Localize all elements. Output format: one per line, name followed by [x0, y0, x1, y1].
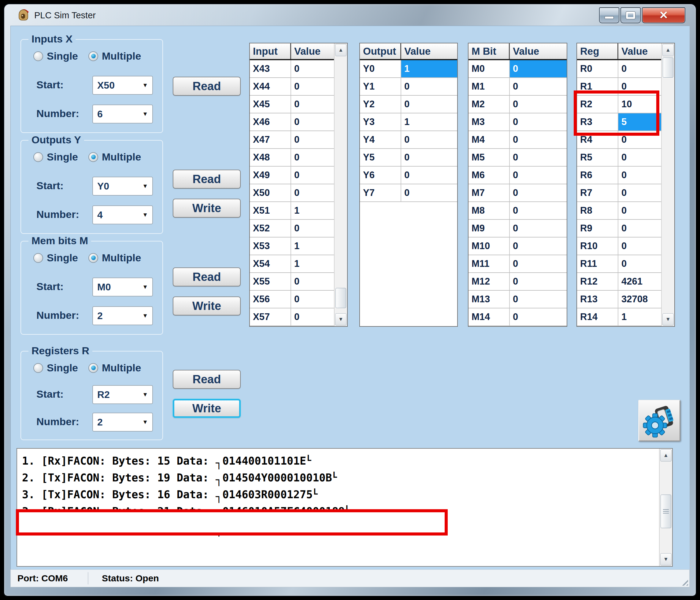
- scrollbar-thumb[interactable]: [335, 288, 346, 308]
- mem-bits-m-group: Mem bits M Single Multiple Start: M0 ▼ N…: [21, 241, 163, 335]
- scroll-up-icon[interactable]: ▲: [660, 449, 672, 462]
- table-row[interactable]: Y1 0: [360, 78, 457, 96]
- scroll-up-icon[interactable]: ▲: [662, 44, 674, 56]
- table-row[interactable]: X45 0: [250, 96, 334, 113]
- registers-multiple-radio[interactable]: [89, 363, 98, 373]
- outputs-start-select[interactable]: Y0 ▼: [92, 177, 153, 195]
- mbits-multiple-radio[interactable]: [89, 253, 98, 263]
- table-row[interactable]: M2 0: [469, 96, 567, 113]
- table-row[interactable]: R10 0: [577, 237, 661, 255]
- table-row[interactable]: R11 0: [577, 255, 661, 273]
- mbits-write-button[interactable]: Write: [173, 296, 241, 315]
- table-row[interactable]: X47 0: [250, 131, 334, 149]
- registers-start-select[interactable]: R2 ▼: [92, 385, 153, 404]
- table-row[interactable]: M0 0: [469, 60, 567, 78]
- table-row[interactable]: M7 0: [469, 184, 567, 202]
- mbits-number-select[interactable]: 2 ▼: [92, 306, 153, 325]
- table-row[interactable]: M6 0: [469, 166, 567, 184]
- single-radio-label: Single: [47, 50, 78, 62]
- table-row[interactable]: R3 5: [577, 113, 661, 131]
- table-row[interactable]: X48 0: [250, 149, 334, 166]
- registers-write-button[interactable]: Write: [173, 399, 241, 418]
- input-table-header: Input Value: [250, 44, 334, 60]
- inputs-single-radio[interactable]: [33, 51, 43, 61]
- dropdown-arrow-icon: ▼: [142, 284, 148, 290]
- table-row[interactable]: X53 1: [250, 237, 334, 255]
- resize-grip[interactable]: [680, 578, 688, 585]
- table-row[interactable]: X57 0: [250, 308, 334, 326]
- log-scrollbar[interactable]: ▲ ▼: [659, 449, 672, 566]
- table-row[interactable]: M12 0: [469, 273, 567, 291]
- table-row[interactable]: X49 0: [250, 166, 334, 184]
- mbits-single-radio[interactable]: [33, 253, 43, 263]
- table-row[interactable]: M4 0: [469, 131, 567, 149]
- minimize-button[interactable]: [599, 7, 619, 23]
- table-row[interactable]: R13 32708: [577, 291, 661, 308]
- table-row[interactable]: M8 0: [469, 202, 567, 220]
- outputs-read-button[interactable]: Read: [173, 169, 241, 189]
- table-row[interactable]: X56 0: [250, 291, 334, 308]
- table-row[interactable]: M9 0: [469, 220, 567, 237]
- table-row[interactable]: R14 1: [577, 308, 661, 326]
- port-settings-button[interactable]: [638, 400, 680, 441]
- title-bar[interactable]: PLC Sim Tester ✕: [4, 4, 696, 26]
- table-row[interactable]: R0 0: [577, 60, 661, 78]
- table-row[interactable]: M11 0: [469, 255, 567, 273]
- table-row[interactable]: Y7 0: [360, 184, 457, 202]
- table-row[interactable]: R9 0: [577, 220, 661, 237]
- group-title: Outputs Y: [28, 134, 84, 146]
- close-button[interactable]: ✕: [642, 7, 685, 23]
- table-row[interactable]: X44 0: [250, 78, 334, 96]
- registers-number-select[interactable]: 2 ▼: [92, 413, 153, 432]
- registers-single-radio[interactable]: [33, 363, 43, 373]
- scrollbar-thumb[interactable]: [660, 495, 671, 528]
- inputs-multiple-radio[interactable]: [89, 51, 98, 61]
- table-row[interactable]: X46 0: [250, 113, 334, 131]
- table-row[interactable]: R6 0: [577, 166, 661, 184]
- start-label: Start:: [36, 79, 64, 91]
- table-row[interactable]: R5 0: [577, 149, 661, 166]
- scrollbar-thumb[interactable]: [663, 57, 673, 78]
- inputs-read-button[interactable]: Read: [173, 77, 241, 96]
- outputs-multiple-radio[interactable]: [89, 152, 98, 162]
- table-row[interactable]: Y5 0: [360, 149, 457, 166]
- scroll-up-icon[interactable]: ▲: [335, 44, 347, 56]
- registers-read-button[interactable]: Read: [173, 370, 241, 389]
- scroll-down-icon[interactable]: ▼: [660, 553, 672, 566]
- table-row[interactable]: Y2 0: [360, 96, 457, 113]
- table-row[interactable]: R8 0: [577, 202, 661, 220]
- inputs-number-select[interactable]: 6 ▼: [92, 105, 153, 124]
- mbits-start-select[interactable]: M0 ▼: [92, 278, 153, 296]
- mbits-read-button[interactable]: Read: [173, 267, 241, 286]
- table-row[interactable]: M1 0: [469, 78, 567, 96]
- table-row[interactable]: M3 0: [469, 113, 567, 131]
- table-row[interactable]: X51 1: [250, 202, 334, 220]
- outputs-number-select[interactable]: 4 ▼: [92, 205, 153, 224]
- table-row[interactable]: X43 0: [250, 60, 334, 78]
- table-row[interactable]: X55 0: [250, 273, 334, 291]
- table-row[interactable]: M13 0: [469, 291, 567, 308]
- reg-table-scrollbar[interactable]: ▲ ▼: [661, 44, 674, 326]
- table-row[interactable]: X52 0: [250, 220, 334, 237]
- table-row[interactable]: Y3 1: [360, 113, 457, 131]
- table-row[interactable]: R12 4261: [577, 273, 661, 291]
- scroll-down-icon[interactable]: ▼: [662, 313, 674, 325]
- table-row[interactable]: M10 0: [469, 237, 567, 255]
- table-row[interactable]: R2 10: [577, 96, 661, 113]
- input-table-scrollbar[interactable]: ▲ ▼: [334, 44, 347, 326]
- table-row[interactable]: Y4 0: [360, 131, 457, 149]
- table-row[interactable]: M14 0: [469, 308, 567, 326]
- table-row[interactable]: X50 0: [250, 184, 334, 202]
- table-row[interactable]: R1 0: [577, 78, 661, 96]
- table-row[interactable]: M5 0: [469, 149, 567, 166]
- table-row[interactable]: X54 1: [250, 255, 334, 273]
- maximize-button[interactable]: [621, 7, 641, 23]
- scroll-down-icon[interactable]: ▼: [335, 313, 347, 325]
- table-row[interactable]: Y6 0: [360, 166, 457, 184]
- table-row[interactable]: Y0 1: [360, 60, 457, 78]
- outputs-single-radio[interactable]: [33, 152, 43, 162]
- inputs-start-select[interactable]: X50 ▼: [92, 76, 153, 95]
- outputs-write-button[interactable]: Write: [173, 199, 241, 218]
- table-row[interactable]: R7 0: [577, 184, 661, 202]
- table-row[interactable]: R4 0: [577, 131, 661, 149]
